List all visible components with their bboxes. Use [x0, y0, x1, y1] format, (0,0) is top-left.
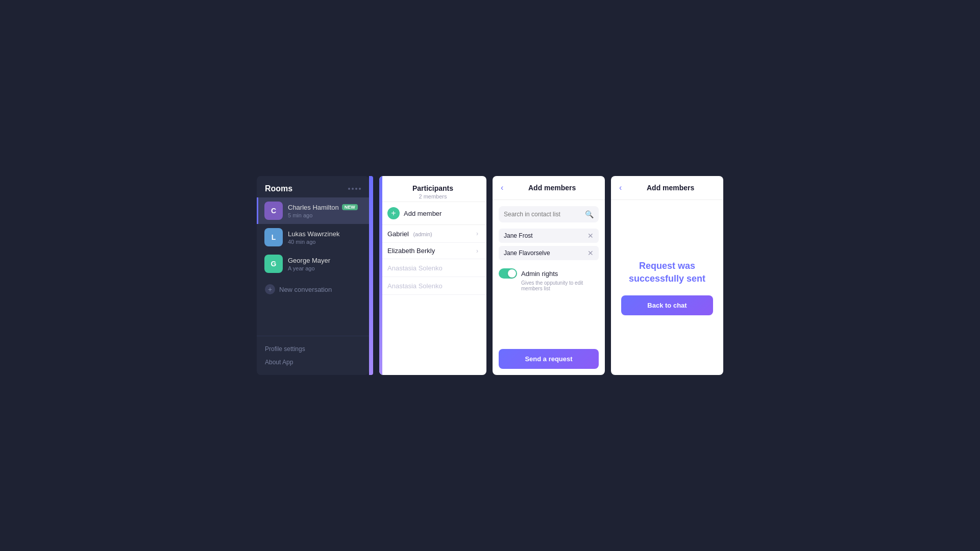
tag-name-jane-flavorselve: Jane Flavorselve — [504, 249, 550, 257]
participants-panel: Participants 2 members + Add member Gabr… — [379, 176, 486, 375]
selected-tag-jane-flavorselve: Jane Flavorselve ✕ — [499, 246, 599, 260]
avatar-george: G — [264, 255, 283, 273]
rooms-dots-icon — [348, 188, 361, 190]
add-member-text: Add member — [404, 210, 442, 217]
toggle-knob — [508, 269, 516, 278]
room-item-george[interactable]: G George Mayer A year ago — [257, 251, 369, 277]
search-bar: 🔍 — [499, 206, 599, 222]
sidebar-accent-bar — [369, 176, 373, 375]
about-app-link[interactable]: About App — [265, 356, 361, 369]
room-time-charles: 5 min ago — [288, 212, 363, 218]
participants-title: Participants — [387, 184, 478, 192]
add-members-panel: ‹ Add members 🔍 Jane Frost ✕ Jane Flavor… — [493, 176, 605, 375]
success-message: Request was successfully sent — [621, 260, 713, 285]
rooms-title: Rooms — [265, 184, 292, 193]
admin-rights-toggle[interactable] — [499, 268, 517, 279]
chevron-right-icon: › — [476, 230, 478, 237]
room-time-lukas: 40 min ago — [288, 239, 363, 245]
room-name-lukas: Lukas Wawrzinek — [288, 230, 339, 238]
admin-rights-section: Admin rights Gives the opputunity to edi… — [493, 262, 605, 297]
participant-name-gabriel: Gabriel — [387, 230, 409, 238]
participant-name-elizabeth: Elizabeth Berkly — [387, 247, 435, 255]
remove-tag-jane-flavorselve[interactable]: ✕ — [587, 249, 594, 257]
badge-new-charles: New — [342, 204, 358, 210]
admin-rights-label: Admin rights — [521, 270, 558, 278]
remove-tag-jane-frost[interactable]: ✕ — [587, 232, 594, 240]
admin-rights-description: Gives the opputunity to edit members lis… — [499, 280, 599, 291]
participant-item-ghost-1: Anastasia Solenko — [379, 259, 486, 277]
new-conversation-btn[interactable]: + New conversation — [257, 279, 369, 299]
room-name-charles: Charles Hamilton — [288, 204, 339, 211]
room-item-charles[interactable]: C Charles Hamilton New 5 min ago — [257, 197, 369, 224]
participant-item-ghost-2: Anastasia Solenko — [379, 277, 486, 295]
tag-name-jane-frost: Jane Frost — [504, 232, 533, 239]
add-members-title-panel3: Add members — [507, 184, 597, 192]
send-request-button[interactable]: Send a request — [499, 349, 599, 369]
new-conversation-label: New conversation — [279, 286, 332, 293]
participants-left-accent — [379, 176, 382, 375]
selected-tag-jane-frost: Jane Frost ✕ — [499, 229, 599, 243]
success-panel: ‹ Add members Request was successfully s… — [611, 176, 723, 375]
success-panel-title: Add members — [626, 184, 715, 192]
add-member-button[interactable]: + Add member — [379, 202, 486, 225]
participants-count: 2 members — [387, 193, 478, 199]
participant-item-gabriel[interactable]: Gabriel (admin) › — [379, 225, 486, 243]
participant-item-elizabeth[interactable]: Elizabeth Berkly › — [379, 243, 486, 259]
search-contact-input[interactable] — [504, 211, 582, 218]
rooms-panel: Rooms C Charles Hamilton New 5 min ago L — [257, 176, 369, 375]
back-button-panel3[interactable]: ‹ — [501, 183, 503, 192]
avatar-lukas: L — [264, 228, 283, 246]
profile-settings-link[interactable]: Profile settings — [265, 342, 361, 356]
add-member-icon: + — [387, 207, 400, 219]
room-item-lukas[interactable]: L Lukas Wawrzinek 40 min ago — [257, 224, 369, 251]
back-to-chat-button[interactable]: Back to chat — [621, 295, 713, 315]
plus-icon: + — [265, 284, 275, 294]
search-icon[interactable]: 🔍 — [585, 210, 594, 218]
room-name-george: George Mayer — [288, 257, 330, 264]
avatar-charles: C — [264, 202, 283, 220]
back-button-panel4[interactable]: ‹ — [619, 183, 622, 192]
chevron-right-icon-2: › — [476, 247, 478, 255]
selected-tags-container: Jane Frost ✕ Jane Flavorselve ✕ — [493, 229, 605, 260]
participant-role-gabriel: (admin) — [413, 231, 432, 237]
room-time-george: A year ago — [288, 265, 363, 271]
